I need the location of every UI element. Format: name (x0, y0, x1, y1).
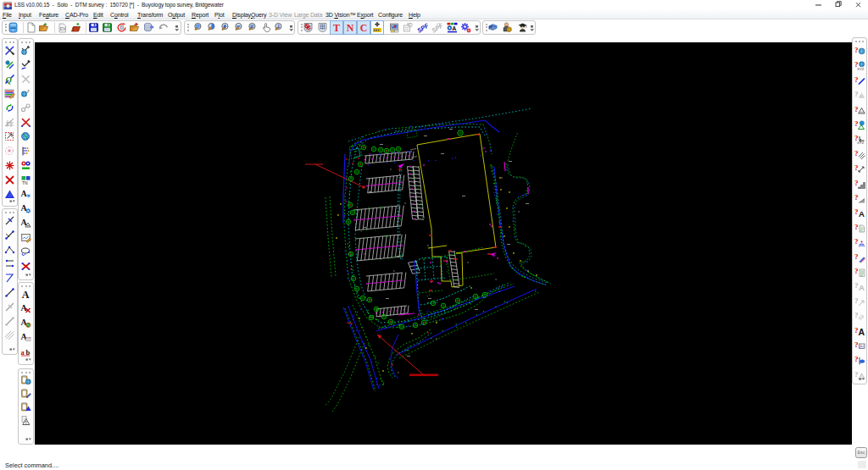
svg-text:?: ? (854, 119, 859, 128)
svg-text:b: b (26, 348, 31, 357)
svg-text:?: ? (854, 296, 859, 304)
svg-text:?: ? (854, 104, 859, 113)
svg-text:?: ? (854, 207, 859, 216)
svg-text:?: ? (854, 369, 859, 378)
svg-text:FO: FO (407, 22, 411, 25)
svg-text:?: ? (854, 281, 859, 290)
svg-text:?: ? (854, 148, 859, 157)
svg-text:?: ? (854, 178, 859, 186)
svg-text:A: A (452, 25, 456, 30)
svg-text:XYZ: XYZ (857, 67, 865, 70)
svg-text:?: ? (854, 46, 859, 54)
svg-text:?: ? (854, 75, 859, 83)
svg-text:?: ? (854, 311, 859, 319)
svg-text:a: a (21, 348, 25, 357)
svg-text:?: ? (854, 340, 859, 349)
svg-text:XYZ: XYZ (857, 141, 865, 144)
svg-text:SPF: SPF (417, 22, 428, 33)
svg-text:N: N (347, 22, 354, 34)
svg-text:?: ? (854, 252, 859, 260)
svg-text:?: ? (854, 222, 859, 230)
svg-text:?: ? (854, 355, 859, 363)
svg-text:C: C (360, 22, 368, 34)
svg-text:?: ? (854, 163, 859, 172)
svg-text:TN: TN (22, 180, 28, 185)
svg-text:T: T (333, 22, 340, 34)
svg-text:EV: EV (59, 26, 66, 31)
svg-text:1: 1 (277, 24, 280, 29)
svg-text:?: ? (854, 237, 859, 246)
svg-text:?: ? (854, 267, 859, 275)
svg-text:A: A (859, 209, 865, 218)
svg-text:?: ? (854, 193, 859, 202)
svg-text:A: A (22, 289, 30, 300)
svg-text:SPF: SPF (431, 22, 442, 33)
svg-text:EV: EV (73, 25, 81, 31)
svg-text:A: A (20, 189, 27, 198)
svg-text:A: A (859, 283, 865, 291)
svg-text:A: A (858, 327, 865, 336)
svg-text:?: ? (854, 90, 859, 98)
